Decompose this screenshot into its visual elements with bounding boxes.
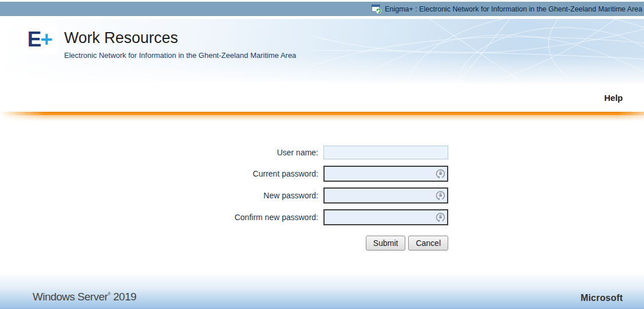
username-label: User name: — [0, 148, 323, 157]
help-link[interactable]: Help — [604, 93, 623, 103]
os-version: 2019 — [113, 291, 136, 303]
registered-mark: ® — [108, 292, 110, 296]
password-reveal-icon[interactable] — [434, 212, 446, 223]
current-password-row: Current password: — [0, 166, 448, 182]
title-bar: Enigma+ : Electronic Network for Informa… — [0, 2, 644, 16]
os-name: Windows Server — [33, 291, 108, 303]
form-buttons: Submit Cancel — [0, 236, 448, 251]
microsoft-wordmark: Microsoft — [580, 293, 623, 303]
orange-divider-fade — [0, 112, 644, 121]
confirm-password-input[interactable] — [325, 210, 432, 224]
logo-letter-e: E — [27, 29, 41, 50]
page-subtitle: Electronic Network for Information in th… — [64, 51, 296, 60]
password-reveal-icon[interactable] — [434, 190, 446, 201]
current-password-label: Current password: — [0, 169, 323, 178]
confirm-password-label: Confirm new password: — [0, 213, 323, 222]
logo-plus-sign: + — [41, 29, 52, 50]
current-password-input[interactable] — [325, 167, 432, 181]
window-title: Enigma+ : Electronic Network for Informa… — [385, 5, 642, 13]
globe-pattern — [312, 19, 644, 83]
orange-divider — [0, 112, 644, 121]
cancel-button[interactable]: Cancel — [408, 236, 448, 251]
page-title: Work Resources — [64, 29, 296, 47]
windows-server-wordmark: Windows Server® 2019 — [33, 291, 136, 303]
confirm-password-row: Confirm new password: — [0, 209, 448, 225]
current-password-box — [323, 166, 448, 182]
main-content: User name: Current password: — [0, 121, 644, 272]
password-reveal-icon[interactable] — [434, 168, 446, 179]
username-input[interactable] — [324, 146, 448, 159]
new-password-box — [323, 187, 448, 204]
remoteapp-icon — [372, 5, 382, 14]
submit-button[interactable]: Submit — [366, 236, 406, 251]
new-password-row: New password: — [0, 187, 448, 204]
username-row: User name: — [0, 146, 448, 159]
username-box — [323, 146, 448, 159]
nav-bar: Help — [0, 83, 644, 112]
footer: Windows Server® 2019 Microsoft — [0, 272, 644, 309]
new-password-label: New password: — [0, 191, 323, 200]
header-banner: E+ Work Resources Electronic Network for… — [0, 19, 644, 83]
app-logo: E+ — [22, 25, 57, 53]
new-password-input[interactable] — [325, 189, 432, 202]
confirm-password-box — [323, 209, 448, 225]
password-change-form: User name: Current password: — [0, 146, 448, 251]
